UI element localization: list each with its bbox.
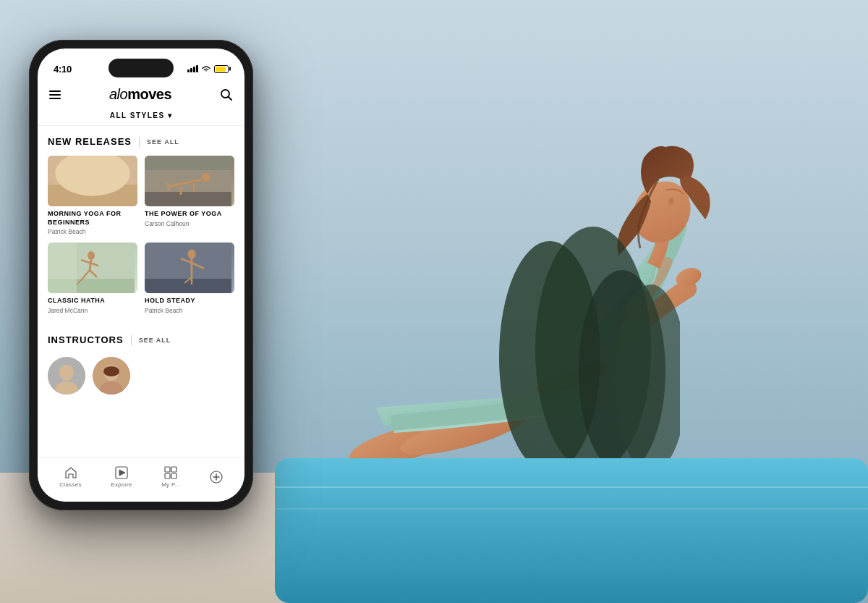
video-thumb-2 <box>145 156 234 206</box>
app-content[interactable]: NEW RELEASES SEE ALL <box>38 126 244 442</box>
grid-icon <box>164 466 177 479</box>
video-title-2: THE POWER OF YOGA <box>145 210 234 219</box>
video-grid: MORNING YOGA FOR BEGINNERS Patrick Beach <box>48 156 234 314</box>
svg-rect-4 <box>275 458 868 603</box>
video-card-2[interactable]: THE POWER OF YOGA Carson Calhoun <box>145 156 234 235</box>
nav-item-grid[interactable]: My P... <box>161 466 180 488</box>
phone-frame: 4:10 <box>29 40 253 510</box>
svg-marker-58 <box>119 470 125 476</box>
svg-point-26 <box>202 173 210 182</box>
nav-label-grid: My P... <box>161 481 180 488</box>
svg-point-10 <box>668 198 674 205</box>
play-icon <box>115 466 128 479</box>
new-releases-title: NEW RELEASES <box>48 136 132 147</box>
svg-line-20 <box>91 172 102 176</box>
trees-decoration <box>477 227 680 473</box>
app-header: alomoves <box>38 82 244 107</box>
svg-rect-61 <box>165 473 170 478</box>
video-card-4[interactable]: HOLD STEADY Patrick Beach <box>145 243 234 314</box>
svg-rect-25 <box>145 170 231 192</box>
instructor-avatar-2[interactable] <box>93 357 130 395</box>
menu-button[interactable] <box>49 90 61 99</box>
section-header-instructors: INSTRUCTORS SEE ALL <box>48 334 234 345</box>
svg-rect-62 <box>171 473 176 478</box>
svg-point-55 <box>103 366 119 376</box>
all-styles-button[interactable]: ALL STYLES ▾ <box>110 111 172 119</box>
bottom-nav: Classes Explore My P.. <box>38 457 244 502</box>
nav-item-play[interactable]: Explore <box>111 466 132 488</box>
add-icon <box>210 471 223 484</box>
nav-item-home[interactable]: Classes <box>59 466 82 488</box>
battery-icon <box>214 65 229 73</box>
status-icons <box>187 65 229 73</box>
svg-rect-14 <box>48 156 135 206</box>
video-instructor-2: Carson Calhoun <box>145 220 234 227</box>
instructors-see-all[interactable]: SEE ALL <box>139 337 171 344</box>
svg-point-35 <box>88 251 95 260</box>
video-title-3: CLASSIC HATHA <box>48 297 137 305</box>
svg-point-16 <box>51 157 131 198</box>
section-header-new-releases: NEW RELEASES SEE ALL <box>48 136 234 147</box>
svg-point-44 <box>188 250 196 259</box>
yoga-mat <box>275 458 868 603</box>
svg-line-22 <box>91 185 100 193</box>
instructor-avatar-1[interactable] <box>48 357 85 395</box>
svg-rect-60 <box>171 467 176 472</box>
video-instructor-4: Patrick Beach <box>145 307 234 314</box>
new-releases-section: NEW RELEASES SEE ALL <box>38 126 244 319</box>
logo-alo: alo <box>109 86 127 102</box>
svg-line-13 <box>228 96 231 100</box>
app-logo: alomoves <box>109 86 171 103</box>
video-thumb-3 <box>48 243 137 293</box>
video-card-1[interactable]: MORNING YOGA FOR BEGINNERS Patrick Beach <box>48 156 137 235</box>
video-thumb-4 <box>145 243 234 293</box>
instructor-list <box>48 354 234 397</box>
section-divider <box>139 137 140 147</box>
chevron-down-icon: ▾ <box>168 111 173 119</box>
instructors-title: INSTRUCTORS <box>48 334 124 345</box>
filter-bar: ALL STYLES ▾ <box>38 107 244 126</box>
svg-point-17 <box>88 164 95 173</box>
wifi-icon <box>201 65 211 72</box>
svg-rect-59 <box>165 467 170 472</box>
signal-icon <box>187 65 198 72</box>
instructors-section: INSTRUCTORS SEE ALL <box>38 324 244 402</box>
video-instructor-3: Jared McCann <box>48 307 137 314</box>
phone-screen: 4:10 <box>38 49 244 502</box>
home-icon <box>64 466 77 479</box>
dynamic-island <box>109 59 174 77</box>
svg-rect-24 <box>145 192 231 206</box>
section-divider-2 <box>131 335 132 345</box>
video-thumb-1 <box>48 156 137 206</box>
video-card-3[interactable]: CLASSIC HATHA Jared McCann <box>48 243 137 314</box>
new-releases-see-all[interactable]: SEE ALL <box>147 138 179 146</box>
logo-moves: moves <box>127 86 171 102</box>
nav-item-add[interactable] <box>210 471 223 484</box>
svg-point-51 <box>59 365 74 381</box>
svg-line-19 <box>80 172 91 176</box>
nav-label-home: Classes <box>59 481 82 488</box>
svg-rect-15 <box>48 188 135 206</box>
all-styles-label: ALL STYLES <box>110 111 165 119</box>
video-title-1: MORNING YOGA FOR BEGINNERS <box>48 210 137 227</box>
video-instructor-1: Patrick Beach <box>48 228 137 235</box>
phone-mockup: 4:10 <box>29 40 253 510</box>
status-time: 4:10 <box>54 64 72 75</box>
search-icon[interactable] <box>220 88 233 101</box>
video-title-4: HOLD STEADY <box>145 297 234 305</box>
svg-line-21 <box>82 185 91 193</box>
svg-line-36 <box>90 260 91 270</box>
svg-rect-34 <box>48 243 77 293</box>
nav-label-play: Explore <box>111 481 132 488</box>
